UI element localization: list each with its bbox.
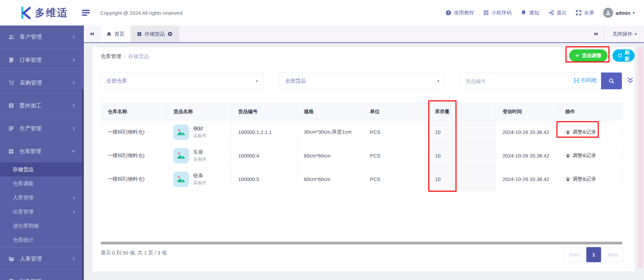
product-name: 车座 xyxy=(193,149,207,155)
sidebar-item-warehouse[interactable]: 仓库管理 xyxy=(0,140,84,162)
nav-tutorial[interactable]: ? 使用教程 xyxy=(445,10,474,16)
sidebar-item-outbound[interactable]: 出库管理 xyxy=(0,205,84,219)
product-image[interactable] xyxy=(173,125,189,140)
search-button[interactable] xyxy=(601,73,622,89)
sidebar-item-warehouse-stats[interactable]: 仓库统计 xyxy=(0,233,84,247)
adjust-record-link[interactable]: 调整&记录 xyxy=(565,176,621,182)
question-circle-icon: ? xyxy=(445,10,451,16)
product-type: 采购件 xyxy=(193,133,207,139)
sidebar: 客户管理 订单管理 xyxy=(0,26,84,280)
col-spec: 规格 xyxy=(297,103,363,121)
col-goods-code: 货品编号 xyxy=(231,103,297,121)
col-change-time: 变动时间 xyxy=(496,103,558,121)
stock-value: 10 xyxy=(428,144,458,168)
note-icon xyxy=(8,57,14,63)
sidebar-item-purchasing[interactable]: 采购管理 xyxy=(0,71,84,94)
users-icon xyxy=(8,34,15,40)
sidebar-item-production[interactable]: 生产管理 xyxy=(0,117,84,140)
paw-icon xyxy=(565,130,571,135)
col-stock: 库存量 xyxy=(428,103,458,121)
adjust-record-link[interactable]: 调整&记录 xyxy=(565,129,621,135)
adjust-record-link[interactable]: 调整&记录 xyxy=(565,152,621,159)
bell-icon xyxy=(521,10,527,16)
tabs-scroll-left-button[interactable] xyxy=(84,26,100,42)
scan-gun-toggle[interactable]: 扫码枪 xyxy=(574,77,597,84)
tabs-scroll-right-button[interactable] xyxy=(588,26,604,42)
close-operations-dropdown[interactable]: 关闭操作 ▾ xyxy=(605,26,644,42)
person-badge-icon xyxy=(8,102,14,109)
tab-strip: 首页 存储货品 关闭操作 xyxy=(84,26,644,43)
table-row: 一楼B区(物料仓) 钢材 xyxy=(101,121,623,144)
user-menu[interactable]: admin ▾ xyxy=(603,8,635,18)
chevron-right-icon xyxy=(71,126,76,131)
pagination-prev-button[interactable]: Prev xyxy=(564,247,585,262)
sidebar-item-hr[interactable]: 人事管理 xyxy=(0,247,84,270)
sidebar-item-outsourcing[interactable]: 委外加工 xyxy=(0,94,84,117)
user-name: admin xyxy=(615,10,630,16)
close-tab-icon[interactable] xyxy=(167,31,173,37)
sidebar-toggle-button[interactable] xyxy=(82,9,90,16)
sidebar-item-stored-goods[interactable]: 存储货品 xyxy=(0,162,84,177)
tab-home[interactable]: 首页 xyxy=(100,26,131,42)
sidebar-item-warehouse-transfer[interactable]: 仓库调拨 xyxy=(0,177,84,191)
server-bars-icon xyxy=(8,125,14,132)
breadcrumb: 仓库管理/存储货品 xyxy=(101,53,149,60)
chevron-right-icon xyxy=(71,58,76,62)
warehouse-select[interactable]: 全部仓库 ▾ xyxy=(101,73,264,89)
product-image[interactable] xyxy=(173,172,189,187)
nav-logout[interactable]: 退出 xyxy=(548,10,567,16)
sidebar-scrollbar[interactable] xyxy=(82,89,84,280)
header-nav: ? 使用教程 小程序码 xyxy=(445,8,635,18)
chevron-down-icon: ▾ xyxy=(437,79,439,84)
shopping-cart-icon xyxy=(8,80,15,86)
sidebar-item-inbound[interactable]: 入库管理 xyxy=(0,191,84,205)
product-name: 链条 xyxy=(193,173,207,179)
folder-icon xyxy=(8,255,15,262)
chevron-right-icon xyxy=(71,81,76,85)
goods-select[interactable]: 全部货品 ▾ xyxy=(279,73,445,89)
sidebar-item-inout-detail[interactable]: 进出库明细 xyxy=(0,219,84,233)
pagination-next-button[interactable]: Next xyxy=(602,247,624,262)
nav-mini-program-qr[interactable]: 小程序码 xyxy=(483,10,512,16)
col-actions: 操作 xyxy=(558,103,623,121)
chevron-down-icon: ▾ xyxy=(256,79,258,84)
col-warehouse: 仓库名称 xyxy=(101,103,167,121)
paw-icon xyxy=(565,177,571,182)
pagination-page-1[interactable]: 1 xyxy=(586,247,601,262)
grid-icon xyxy=(137,32,142,37)
double-chevron-left-icon xyxy=(89,31,95,37)
vertical-scrollbar[interactable] xyxy=(638,47,643,269)
breadcrumb-parent[interactable]: 仓库管理 xyxy=(101,53,121,59)
chevron-right-icon xyxy=(72,196,76,200)
sidebar-item-finance[interactable]: 财务管理 xyxy=(0,270,84,280)
avatar xyxy=(603,8,613,18)
sidebar-item-customers[interactable]: 客户管理 xyxy=(0,26,84,48)
product-image[interactable] xyxy=(173,148,189,164)
tab-strip-spacer xyxy=(179,26,588,42)
sidebar-item-orders[interactable]: 订单管理 xyxy=(0,48,84,71)
table-row: 一楼B区(物料仓) 链条 xyxy=(101,168,623,191)
grid-icon xyxy=(8,148,14,154)
sign-out-icon xyxy=(548,10,554,16)
logo-k-icon xyxy=(19,6,32,19)
toolbar-separator: / xyxy=(608,49,610,59)
search-icon xyxy=(608,78,615,84)
horizontal-scrollbar[interactable] xyxy=(101,242,623,244)
filter-collapse-toggle[interactable] xyxy=(627,77,634,84)
paw-icon xyxy=(565,153,571,158)
nav-fullscreen[interactable]: 全屏 xyxy=(576,10,594,16)
warehouse-submenu: 存储货品 仓库调拨 入库管理 出库管理 进出库明细 仓库统计 xyxy=(0,162,84,247)
refresh-button[interactable]: 刷新 xyxy=(612,49,635,62)
chevron-right-icon xyxy=(72,210,76,214)
goods-adjust-button[interactable]: 货品调整 xyxy=(569,49,607,62)
product-name: 钢材 xyxy=(193,126,207,132)
svg-text:?: ? xyxy=(447,11,449,15)
nav-notifications[interactable]: 通知 xyxy=(521,10,539,16)
col-goods-name: 货品名称 xyxy=(167,103,231,121)
app-logo[interactable]: 多维适 xyxy=(19,6,68,20)
tab-stored-goods[interactable]: 存储货品 xyxy=(131,26,179,42)
fullscreen-expand-icon xyxy=(576,10,582,16)
double-chevron-right-icon xyxy=(593,31,599,37)
breadcrumb-current: 存储货品 xyxy=(128,53,149,59)
qr-code-icon xyxy=(483,10,489,16)
